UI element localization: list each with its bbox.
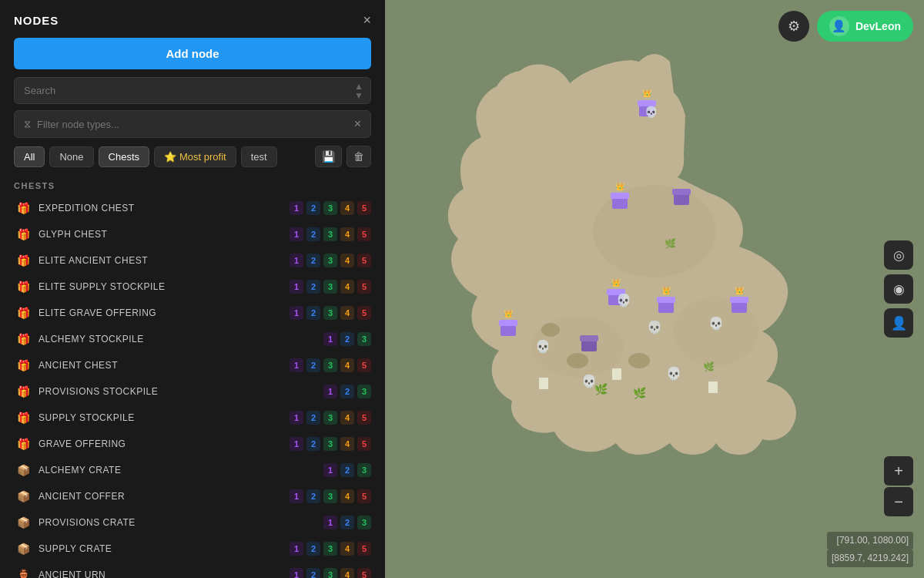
tier-badge[interactable]: 4 bbox=[340, 254, 354, 267]
node-row[interactable]: 🎁ANCIENT CHEST12345 bbox=[0, 352, 385, 378]
tier-badge[interactable]: 4 bbox=[340, 358, 354, 372]
node-row[interactable]: 🎁GRAVE OFFERING12345 bbox=[0, 431, 385, 457]
tier-badge[interactable]: 5 bbox=[357, 411, 371, 425]
compass-button[interactable]: ◉ bbox=[884, 274, 913, 304]
search-input[interactable] bbox=[14, 77, 371, 104]
tier-badge[interactable]: 4 bbox=[340, 542, 354, 556]
filter-input[interactable] bbox=[37, 119, 354, 130]
tier-badge[interactable]: 2 bbox=[306, 254, 320, 267]
tier-badge[interactable]: 1 bbox=[290, 254, 303, 267]
tier-badge[interactable]: 3 bbox=[323, 411, 337, 425]
tier-badge[interactable]: 1 bbox=[290, 437, 303, 451]
close-button[interactable]: × bbox=[363, 12, 371, 29]
tier-badge[interactable]: 3 bbox=[323, 306, 337, 320]
tier-badge[interactable]: 1 bbox=[290, 280, 303, 294]
tier-badge[interactable]: 3 bbox=[323, 489, 337, 503]
delete-preset-button[interactable]: 🗑 bbox=[346, 146, 371, 167]
tier-badge[interactable]: 4 bbox=[340, 437, 354, 451]
tier-badge[interactable]: 3 bbox=[323, 358, 337, 372]
node-row[interactable]: 🎁ELITE GRAVE OFFERING12345 bbox=[0, 300, 385, 326]
tab-none[interactable]: None bbox=[49, 146, 93, 167]
tier-badge[interactable]: 3 bbox=[357, 463, 371, 477]
tier-badge[interactable]: 2 bbox=[340, 385, 354, 398]
node-row[interactable]: 📦ALCHEMY CRATE123 bbox=[0, 457, 385, 483]
tier-badge[interactable]: 2 bbox=[340, 516, 354, 529]
tier-badge[interactable]: 3 bbox=[323, 201, 337, 215]
tier-badge[interactable]: 4 bbox=[340, 201, 354, 215]
zoom-in-button[interactable]: + bbox=[884, 456, 913, 486]
tier-badge[interactable]: 3 bbox=[357, 332, 371, 346]
tier-badge[interactable]: 3 bbox=[323, 568, 337, 578]
tab-most-profit[interactable]: ⭐ Most profit bbox=[154, 146, 236, 167]
tier-badge[interactable]: 1 bbox=[290, 542, 303, 556]
tab-all[interactable]: All bbox=[14, 146, 45, 167]
tier-badge[interactable]: 4 bbox=[340, 568, 354, 578]
tier-badge[interactable]: 3 bbox=[323, 227, 337, 241]
tier-badge[interactable]: 2 bbox=[306, 542, 320, 556]
tier-badge[interactable]: 5 bbox=[357, 280, 371, 294]
tier-badge[interactable]: 4 bbox=[340, 489, 354, 503]
node-row[interactable]: 📦ANCIENT COFFER12345 bbox=[0, 483, 385, 509]
tier-badge[interactable]: 5 bbox=[357, 542, 371, 556]
player-button[interactable]: 👤 bbox=[884, 308, 913, 338]
tier-badge[interactable]: 1 bbox=[290, 489, 303, 503]
tier-badge[interactable]: 5 bbox=[357, 358, 371, 372]
locate-button[interactable]: ◎ bbox=[884, 240, 913, 270]
tier-badge[interactable]: 2 bbox=[306, 280, 320, 294]
tier-badge[interactable]: 4 bbox=[340, 306, 354, 320]
tier-badge[interactable]: 2 bbox=[306, 411, 320, 425]
tier-badge[interactable]: 5 bbox=[357, 437, 371, 451]
tier-badge[interactable]: 1 bbox=[290, 411, 303, 425]
settings-button[interactable]: ⚙ bbox=[778, 11, 809, 42]
tier-badge[interactable]: 2 bbox=[306, 201, 320, 215]
user-profile-button[interactable]: 👤 DevLeon bbox=[817, 11, 913, 42]
tier-badge[interactable]: 3 bbox=[357, 516, 371, 529]
tier-badge[interactable]: 2 bbox=[340, 332, 354, 346]
tab-chests[interactable]: Chests bbox=[99, 146, 149, 167]
tier-badge[interactable]: 3 bbox=[323, 280, 337, 294]
node-row[interactable]: 🎁ELITE SUPPLY STOCKPILE12345 bbox=[0, 274, 385, 300]
node-row[interactable]: 🎁ELITE ANCIENT CHEST12345 bbox=[0, 247, 385, 274]
node-row[interactable]: 📦SUPPLY CRATE12345 bbox=[0, 536, 385, 562]
tier-badge[interactable]: 3 bbox=[323, 437, 337, 451]
save-preset-button[interactable]: 💾 bbox=[315, 146, 342, 167]
tier-badge[interactable]: 4 bbox=[340, 227, 354, 241]
tier-badge[interactable]: 1 bbox=[323, 332, 337, 346]
tier-badge[interactable]: 5 bbox=[357, 227, 371, 241]
node-row[interactable]: 📦PROVISIONS CRATE123 bbox=[0, 509, 385, 536]
tier-badge[interactable]: 3 bbox=[357, 385, 371, 398]
map-panel[interactable]: 👑 👑 👑 👑 👑 👑 bbox=[385, 0, 924, 578]
node-row[interactable]: 🎁PROVISIONS STOCKPILE123 bbox=[0, 378, 385, 405]
node-row[interactable]: 🏺ANCIENT URN12345 bbox=[0, 562, 385, 578]
add-node-button[interactable]: Add node bbox=[14, 38, 371, 69]
tier-badge[interactable]: 1 bbox=[323, 385, 337, 398]
filter-clear-button[interactable]: × bbox=[354, 117, 361, 131]
tier-badge[interactable]: 5 bbox=[357, 201, 371, 215]
tier-badge[interactable]: 1 bbox=[290, 201, 303, 215]
node-row[interactable]: 🎁EXPEDITION CHEST12345 bbox=[0, 195, 385, 221]
tier-badge[interactable]: 2 bbox=[306, 437, 320, 451]
node-row[interactable]: 🎁GLYPH CHEST12345 bbox=[0, 221, 385, 247]
tier-badge[interactable]: 5 bbox=[357, 306, 371, 320]
tier-badge[interactable]: 2 bbox=[306, 227, 320, 241]
tier-badge[interactable]: 1 bbox=[290, 227, 303, 241]
tier-badge[interactable]: 1 bbox=[290, 306, 303, 320]
tier-badge[interactable]: 2 bbox=[306, 306, 320, 320]
node-row[interactable]: 🎁SUPPLY STOCKPILE12345 bbox=[0, 405, 385, 431]
tier-badge[interactable]: 3 bbox=[323, 542, 337, 556]
tier-badge[interactable]: 1 bbox=[290, 358, 303, 372]
tier-badge[interactable]: 2 bbox=[306, 489, 320, 503]
tier-badge[interactable]: 5 bbox=[357, 489, 371, 503]
tier-badge[interactable]: 4 bbox=[340, 411, 354, 425]
tab-test[interactable]: test bbox=[241, 146, 277, 167]
tier-badge[interactable]: 5 bbox=[357, 568, 371, 578]
tier-badge[interactable]: 1 bbox=[323, 516, 337, 529]
tier-badge[interactable]: 4 bbox=[340, 280, 354, 294]
tier-badge[interactable]: 1 bbox=[290, 568, 303, 578]
tier-badge[interactable]: 1 bbox=[323, 463, 337, 477]
node-row[interactable]: 🎁ALCHEMY STOCKPILE123 bbox=[0, 326, 385, 352]
tier-badge[interactable]: 2 bbox=[340, 463, 354, 477]
tier-badge[interactable]: 5 bbox=[357, 254, 371, 267]
tier-badge[interactable]: 2 bbox=[306, 568, 320, 578]
tier-badge[interactable]: 3 bbox=[323, 254, 337, 267]
